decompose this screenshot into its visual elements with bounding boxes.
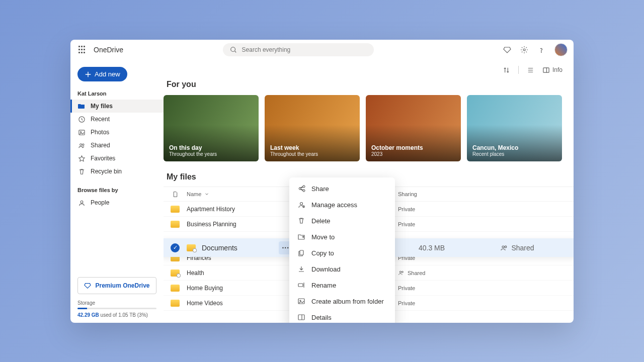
add-new-label: Add new [95,70,120,78]
move-icon [297,233,305,241]
menu-item-share[interactable]: Share [289,180,395,197]
context-menu: Share Manage access Delete Move to Copy … [289,177,395,323]
card-title: October moments [371,144,423,151]
svg-point-14 [300,203,303,205]
file-size: 40.3 MB [391,244,472,252]
for-you-card[interactable]: October moments 2023 [366,95,461,161]
svg-rect-17 [298,284,303,287]
menu-item-trash[interactable]: Delete [289,213,395,229]
sidebar-item-shared[interactable]: Shared [70,139,164,152]
for-you-card[interactable]: On this day Throughout the years [164,95,259,161]
menu-item-move[interactable]: Move to [289,229,395,245]
card-subtitle: Throughout the years [169,151,217,157]
sidebar-item-label: Shared [91,142,110,149]
svg-point-12 [502,246,504,248]
card-title: On this day [169,144,217,151]
rename-icon [297,281,305,289]
browse-files-label: Browse files by [70,178,164,196]
premium-button[interactable]: Premium OneDrive [77,277,156,294]
sidebar-user: Kat Larson [70,81,164,100]
menu-item-details[interactable]: Details [289,309,395,323]
help-icon[interactable] [537,46,545,54]
menu-item-access[interactable]: Manage access [289,197,395,213]
svg-rect-20 [298,315,304,320]
svg-point-0 [230,47,235,52]
sidebar-item-recent[interactable]: Recent [70,113,164,126]
view-icon[interactable] [527,66,534,74]
app-launcher-icon[interactable] [76,44,89,56]
card-title: Cancun, Mexico [472,144,518,151]
menu-label: Download [311,265,341,273]
download-icon [297,265,305,273]
header: OneDrive [70,40,574,60]
file-sharing: Private [398,285,562,291]
svg-point-11 [401,271,403,273]
premium-diamond-icon[interactable] [503,46,511,54]
sidebar-item-label: My files [91,103,113,110]
sidebar-item-label: Photos [91,129,109,136]
add-new-button[interactable]: Add new [77,67,127,81]
menu-label: Move to [311,233,335,241]
file-type-header-icon [164,191,187,198]
folder-icon [171,221,180,228]
share-icon [297,185,305,193]
svg-point-19 [300,300,301,301]
svg-point-2 [541,52,541,52]
menu-item-download[interactable]: Download [289,261,395,277]
sidebar-item-recycle-bin[interactable]: Recycle bin [70,165,164,178]
menu-label: Create album from folder [311,298,384,305]
trash-icon [297,217,305,225]
card-subtitle: 2023 [371,151,423,157]
search-icon [230,46,237,53]
check-icon[interactable]: ✓ [171,243,180,252]
folder-shared-icon [187,244,196,251]
sidebar-item-my-files[interactable]: My files [70,100,164,113]
col-sharing[interactable]: Sharing [398,191,562,197]
info-button[interactable]: Info [542,66,562,74]
storage-label: Storage [70,300,164,308]
card-subtitle: Throughout the years [270,151,318,157]
settings-gear-icon[interactable] [520,46,528,54]
sidebar-item-label: Recycle bin [91,168,122,175]
diamond-icon [84,282,91,289]
copy-icon [297,249,305,257]
menu-item-copy[interactable]: Copy to [289,245,395,261]
file-sharing: Shared [472,244,562,252]
search-input[interactable] [242,46,367,53]
card-subtitle: Recent places [472,151,518,157]
file-sharing: Private [398,206,562,212]
search-box[interactable] [223,43,374,56]
svg-point-10 [399,271,401,273]
file-sharing: Private [398,221,562,227]
sidebar-item-label: Favorites [91,155,115,162]
app-title: OneDrive [94,46,123,54]
sort-icon[interactable] [503,66,510,74]
menu-label: Rename [311,282,336,289]
for-you-card[interactable]: Last week Throughout the years [265,95,360,161]
sidebar-item-favorites[interactable]: Favorites [70,152,164,165]
image-icon [77,128,86,136]
menu-item-rename[interactable]: Rename [289,277,395,293]
premium-label: Premium OneDrive [95,282,149,289]
file-sharing: Shared [398,269,562,276]
svg-point-6 [79,143,82,145]
folder-icon [171,206,180,213]
storage-text: 42.29 GB used of 1.05 TB (3%) [70,312,164,318]
for-you-section: For you On this day Throughout the years… [164,80,574,161]
menu-item-album[interactable]: Create album from folder [289,293,395,309]
star-icon [77,154,86,162]
svg-point-13 [505,246,507,248]
avatar[interactable] [554,43,568,56]
menu-label: Copy to [311,249,334,257]
album-icon [297,297,305,305]
menu-label: Share [311,185,329,193]
sidebar-item-people[interactable]: People [70,196,164,209]
details-icon [297,313,305,321]
main-content: Info For you On this day Throughout the … [164,60,574,323]
sidebar-item-photos[interactable]: Photos [70,126,164,139]
for-you-card[interactable]: Cancun, Mexico Recent places [467,95,562,161]
menu-label: Manage access [311,201,357,209]
for-you-heading: For you [167,80,574,89]
folder-icon [77,102,86,110]
toolbar: Info [164,60,574,80]
